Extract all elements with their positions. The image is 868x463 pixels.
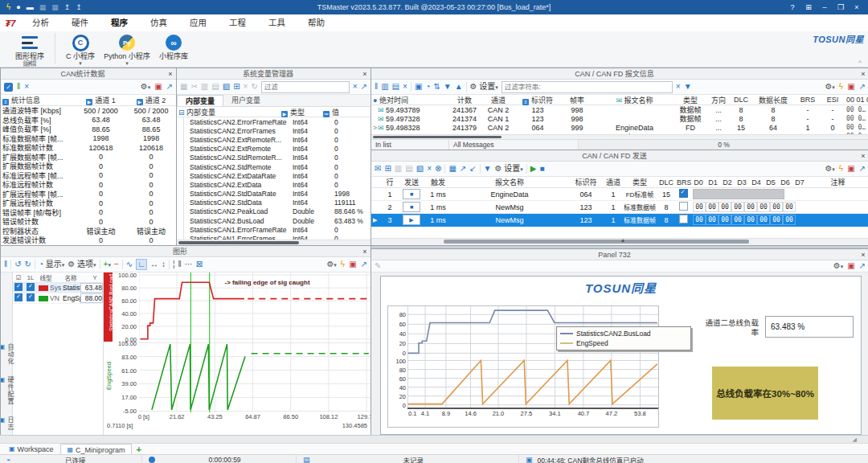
column-header[interactable]: D0 <box>691 178 706 187</box>
column-header[interactable]: 标识符 <box>567 176 604 188</box>
column-header[interactable]: BRS <box>675 178 691 187</box>
tab-user-variables[interactable]: 用户变量 <box>223 95 268 106</box>
refresh-icon[interactable]: ↻ <box>251 82 257 92</box>
byte-cell[interactable]: 00 <box>693 215 706 225</box>
clear-icon[interactable]: × <box>403 82 407 92</box>
message-row[interactable]: ✉ 59.493789 241367CAN 2 123998 数据帧 ...8 … <box>371 105 868 114</box>
horizontal-scrollbar[interactable] <box>373 136 502 138</box>
column-header[interactable]: 行 <box>381 176 399 188</box>
export-icon[interactable]: ↗ <box>361 260 367 269</box>
column-header[interactable]: ≡统计信息 <box>1 94 76 106</box>
column-header[interactable]: ⊟ 内部变量 <box>177 106 280 118</box>
menu-帮助[interactable]: 帮助 <box>297 14 336 31</box>
redo-icon[interactable]: ↻ <box>25 260 31 269</box>
stop-button[interactable]: ■ <box>403 189 420 199</box>
more-icon[interactable]: ⋯ <box>185 260 193 269</box>
column-header[interactable]: BRS <box>795 95 821 104</box>
table-row[interactable]: StatisticsCAN2.ExtDataRate Int64 0 <box>177 171 371 180</box>
table-row[interactable]: 发送错误计数 0 0 <box>1 236 176 245</box>
float-window-icon[interactable]: ▣ <box>847 261 854 271</box>
export-icon[interactable]: ↗ <box>859 164 866 174</box>
legend-header[interactable]: 1L <box>24 274 37 281</box>
column-header[interactable]: 类型 <box>674 94 706 106</box>
tab-internal-variables[interactable]: 内部变量 <box>177 95 223 106</box>
save-icon[interactable]: ▦ <box>448 164 456 174</box>
delete-icon[interactable]: × <box>244 82 248 92</box>
cursor-pair-icon[interactable]: ‖ <box>178 260 182 269</box>
transmit-row[interactable]: 1 ■ 1 ms EngineData 064 1 FD标准帧 15 <box>371 188 868 201</box>
horizontal-scrollbar[interactable] <box>444 240 749 244</box>
stop-button[interactable]: ■ <box>403 202 420 212</box>
column-header[interactable]: ● 绝对时间 <box>371 94 448 106</box>
float-window-icon[interactable]: ▣ <box>154 82 162 92</box>
settings-menu[interactable]: ⚙ 设置▾ <box>470 82 498 92</box>
menu-仿真[interactable]: 仿真 <box>139 14 178 31</box>
flash-icon[interactable]: ϟ <box>839 164 843 174</box>
clock-icon[interactable]: ◔ <box>425 82 430 92</box>
column-header[interactable]: 帧率 <box>559 94 595 106</box>
restore-button[interactable]: ❒ <box>834 3 847 11</box>
save-as-icon[interactable]: ▦ <box>51 3 59 11</box>
column-header[interactable]: 注释 <box>807 176 868 188</box>
table-row[interactable]: StatisticsCAN2.ErrorFrameRate Int64 0 <box>177 117 371 126</box>
byte-cell[interactable]: 00 <box>783 215 796 225</box>
column-header[interactable]: 00 01 02 03 04 05 06 <box>845 95 868 104</box>
menu-硬件[interactable]: 硬件 <box>60 14 100 31</box>
filter-icon[interactable]: ▼ <box>484 164 492 174</box>
add-message-icon[interactable]: ⊞ <box>384 164 391 174</box>
flash-icon[interactable]: ϟ <box>6 2 10 12</box>
column-header[interactable]: ▶通道 2 <box>126 94 176 106</box>
byte-cell[interactable]: 00 <box>770 215 783 225</box>
legend-row[interactable]: Sys StatisticsC... 63.48 <box>13 283 103 293</box>
column-header[interactable]: D1 <box>706 178 720 187</box>
filter-icon[interactable]: ▼ <box>684 82 692 92</box>
flash-icon[interactable]: ϟ <box>839 82 843 92</box>
delete-icon[interactable]: × <box>427 164 432 174</box>
sort-icon[interactable]: ⇅ <box>433 82 440 92</box>
pause-icon[interactable]: ‖ <box>17 82 20 92</box>
cancel-icon[interactable]: ⊗ <box>435 164 441 174</box>
byte-cell[interactable]: 00 <box>757 215 770 225</box>
column-header[interactable]: ESI <box>821 95 845 104</box>
table-row[interactable]: StatisticsCAN1.ErrorFrameRate Int64 0 <box>177 225 371 234</box>
byte-cell[interactable]: 00 <box>770 202 783 212</box>
byte-cell[interactable]: 00 <box>757 202 770 212</box>
clear-icon[interactable]: × <box>24 82 29 92</box>
byte-cell[interactable]: 00 <box>731 215 744 225</box>
flash-icon[interactable]: ϟ <box>341 260 345 269</box>
message-row[interactable]: >✉ 59.498328 241379CAN 2 064999 EngineDa… <box>371 123 868 132</box>
step-chart-icon[interactable]: ∟ <box>136 259 147 270</box>
clear-filter-icon[interactable]: × <box>676 82 681 92</box>
legend-row[interactable]: VN EngSpeed 88.00 <box>13 293 103 304</box>
options-menu[interactable]: ⚙ 选项▾ <box>68 260 96 270</box>
edit-icon[interactable]: ✎ <box>375 261 381 271</box>
wrench-icon[interactable]: ⚙▾ <box>833 261 843 272</box>
paste-icon[interactable]: ▤ <box>405 164 412 174</box>
close-icon[interactable]: × <box>858 70 868 78</box>
menu-工具[interactable]: 工具 <box>257 14 297 31</box>
column-header[interactable]: D5 <box>764 178 778 187</box>
help-button[interactable]: ? <box>786 3 799 11</box>
table-row[interactable]: StatisticsCAN2.StdRemoteR... Int64 0 <box>177 154 371 162</box>
send-icon[interactable]: ✉ <box>375 164 381 174</box>
table-row[interactable]: StatisticsCAN2.ExtData Int64 0 <box>177 180 371 189</box>
axis-checkbox[interactable] <box>27 283 35 291</box>
layout-button[interactable]: ⊞ <box>802 3 815 11</box>
column-header[interactable]: 发送 <box>399 176 424 188</box>
paste-icon[interactable]: ▤ <box>211 82 219 92</box>
export-icon[interactable]: ↗ <box>361 82 367 92</box>
visible-checkbox[interactable] <box>14 283 23 291</box>
tab-c-miniprogram[interactable]: ▦ C_Miniprogram <box>60 444 131 455</box>
filter-input[interactable] <box>261 81 350 93</box>
byte-cell[interactable]: 00 <box>744 202 757 212</box>
byte-cell[interactable]: 00 <box>719 215 731 225</box>
column-header[interactable]: 计数 <box>448 94 481 106</box>
column-header[interactable]: D3 <box>735 178 749 187</box>
engspeed-plot[interactable]: EngSpeed 105.0083.0061.0039.0017.00-5.00 <box>104 342 371 412</box>
column-header[interactable]: D6 <box>778 178 792 187</box>
add-tab-button[interactable]: + <box>133 445 145 454</box>
legend-header[interactable]: ☑ <box>13 274 24 281</box>
wrench-icon[interactable]: ⚙▾ <box>825 164 834 174</box>
axis-checkbox[interactable] <box>27 293 35 301</box>
scroll-up-icon[interactable]: ▲ <box>455 82 463 92</box>
